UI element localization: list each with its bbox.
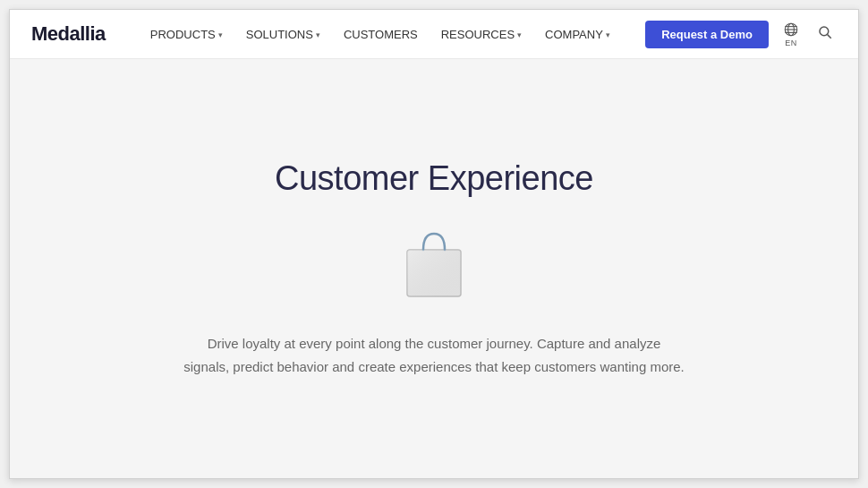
nav-label-company: COMPANY	[545, 28, 603, 41]
chevron-down-icon: ▾	[517, 30, 522, 39]
nav-item-company[interactable]: COMPANY ▾	[536, 22, 619, 47]
brand-logo: Medallia	[31, 22, 106, 46]
globe-icon	[783, 21, 799, 38]
svg-point-5	[820, 27, 829, 36]
language-code: EN	[785, 39, 797, 47]
page-wrapper: Medallia PRODUCTS ▾ SOLUTIONS ▾ CUSTOMER…	[9, 9, 859, 479]
chevron-down-icon: ▾	[316, 30, 320, 39]
nav-item-solutions[interactable]: SOLUTIONS ▾	[237, 22, 329, 47]
nav-label-solutions: SOLUTIONS	[246, 28, 313, 41]
language-selector[interactable]: EN	[779, 18, 803, 51]
navbar-nav: PRODUCTS ▾ SOLUTIONS ▾ CUSTOMERS RESOURC…	[141, 22, 645, 47]
main-content: Customer Experience Drive loyalty at eve…	[10, 59, 858, 478]
nav-label-products: PRODUCTS	[150, 28, 216, 41]
svg-rect-8	[407, 250, 461, 296]
nav-label-resources: RESOURCES	[441, 28, 515, 41]
search-button[interactable]	[813, 21, 837, 47]
nav-item-resources[interactable]: RESOURCES ▾	[432, 22, 531, 47]
nav-item-products[interactable]: PRODUCTS ▾	[141, 22, 232, 47]
navbar-actions: Request a Demo EN	[645, 18, 837, 51]
svg-line-6	[828, 35, 831, 39]
shopping-bag-icon	[398, 225, 470, 305]
hero-description: Drive loyalty at every point along the c…	[183, 332, 685, 378]
chevron-down-icon: ▾	[606, 30, 610, 39]
chevron-down-icon: ▾	[218, 30, 223, 39]
nav-label-customers: CUSTOMERS	[344, 28, 418, 41]
navbar: Medallia PRODUCTS ▾ SOLUTIONS ▾ CUSTOMER…	[10, 10, 858, 59]
search-icon	[817, 24, 833, 40]
hero-title: Customer Experience	[275, 159, 593, 198]
request-demo-button[interactable]: Request a Demo	[645, 21, 769, 48]
nav-item-customers[interactable]: CUSTOMERS	[335, 22, 427, 47]
